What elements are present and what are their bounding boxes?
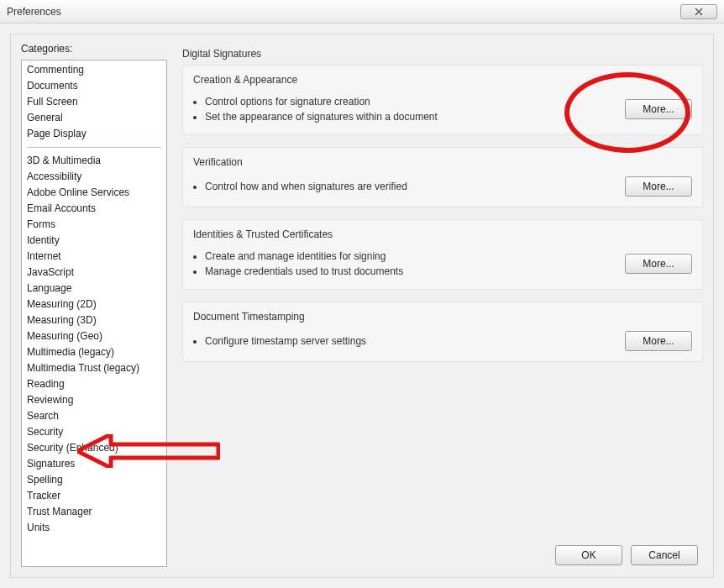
groups-container: Creation & AppearanceControl options for… — [182, 65, 703, 374]
more-button[interactable]: More... — [625, 331, 692, 351]
category-item[interactable]: Language — [22, 281, 166, 297]
category-item[interactable]: Tracker — [22, 488, 166, 504]
group-bullet: Manage credentials used to trust documen… — [205, 264, 615, 279]
more-button[interactable]: More... — [625, 254, 692, 274]
close-icon — [693, 8, 705, 16]
group-bullet: Create and manage identities for signing — [205, 249, 615, 264]
category-item[interactable]: Units — [22, 520, 166, 536]
window-title: Preferences — [7, 6, 61, 18]
titlebar: Preferences — [0, 0, 724, 24]
category-item[interactable]: Documents — [22, 78, 166, 94]
category-item[interactable]: Forms — [22, 217, 166, 233]
category-item[interactable]: JavaScript — [22, 265, 166, 281]
more-button[interactable]: More... — [625, 99, 692, 119]
categories-listbox[interactable]: CommentingDocumentsFull ScreenGeneralPag… — [21, 60, 167, 567]
settings-group: Identities & Trusted CertificatesCreate … — [182, 219, 703, 290]
category-item[interactable]: Adobe Online Services — [22, 185, 166, 201]
group-title: Creation & Appearance — [193, 74, 692, 86]
category-item[interactable]: Commenting — [22, 62, 166, 78]
category-item[interactable]: Measuring (3D) — [22, 312, 166, 328]
group-bullets: Control how and when signatures are veri… — [193, 179, 615, 194]
panel-heading: Digital Signatures — [182, 48, 703, 60]
categories-column: Categories: CommentingDocumentsFull Scre… — [21, 43, 167, 567]
categories-label: Categories: — [21, 43, 167, 55]
dialog-footer: OK Cancel — [555, 545, 698, 565]
category-item[interactable]: Reviewing — [22, 392, 166, 408]
category-item[interactable]: 3D & Multimedia — [22, 153, 166, 169]
group-title: Identities & Trusted Certificates — [193, 228, 692, 240]
category-item[interactable]: Measuring (Geo) — [22, 328, 166, 344]
category-item[interactable]: Search — [22, 408, 166, 424]
preferences-panel: Categories: CommentingDocumentsFull Scre… — [10, 34, 714, 578]
category-item[interactable]: Security (Enhanced) — [22, 440, 166, 456]
category-item[interactable]: Multimedia Trust (legacy) — [22, 360, 166, 376]
category-item[interactable]: Signatures — [22, 456, 166, 472]
category-item[interactable]: Measuring (2D) — [22, 297, 166, 312]
settings-column: Digital Signatures Creation & Appearance… — [182, 43, 703, 567]
category-item[interactable]: Accessibility — [22, 169, 166, 185]
category-item[interactable]: Identity — [22, 233, 166, 249]
window-body: Categories: CommentingDocumentsFull Scre… — [0, 24, 724, 588]
group-title: Verification — [193, 156, 692, 168]
group-bullet: Control how and when signatures are veri… — [205, 179, 615, 194]
group-bullets: Control options for signature creationSe… — [193, 94, 615, 124]
category-item[interactable]: Security — [22, 424, 166, 440]
category-item[interactable]: General — [22, 110, 166, 126]
group-body: Create and manage identities for signing… — [193, 249, 692, 279]
group-bullet: Configure timestamp server settings — [205, 333, 615, 349]
group-body: Control options for signature creationSe… — [193, 94, 692, 124]
group-title: Document Timestamping — [193, 311, 692, 323]
more-button[interactable]: More... — [625, 176, 692, 197]
category-divider — [27, 147, 161, 148]
group-body: Configure timestamp server settingsMore.… — [193, 331, 692, 351]
category-item[interactable]: Page Display — [22, 126, 166, 142]
group-body: Control how and when signatures are veri… — [193, 176, 692, 197]
settings-group: Creation & AppearanceControl options for… — [182, 65, 703, 135]
group-bullet: Set the appearance of signatures within … — [205, 109, 615, 124]
category-item[interactable]: Multimedia (legacy) — [22, 344, 166, 360]
columns: Categories: CommentingDocumentsFull Scre… — [21, 43, 703, 567]
category-item[interactable]: Trust Manager — [22, 504, 166, 520]
category-item[interactable]: Spelling — [22, 472, 166, 488]
cancel-button[interactable]: Cancel — [631, 545, 698, 565]
category-item[interactable]: Email Accounts — [22, 201, 166, 217]
window-close-button[interactable] — [680, 4, 717, 19]
ok-button[interactable]: OK — [555, 545, 622, 565]
group-bullet: Control options for signature creation — [205, 94, 615, 109]
category-item[interactable]: Reading — [22, 376, 166, 392]
category-item[interactable]: Internet — [22, 249, 166, 265]
category-item[interactable]: Full Screen — [22, 94, 166, 110]
settings-group: Document TimestampingConfigure timestamp… — [182, 302, 703, 362]
settings-group: VerificationControl how and when signatu… — [182, 147, 703, 207]
group-bullets: Configure timestamp server settings — [193, 333, 615, 349]
group-bullets: Create and manage identities for signing… — [193, 249, 615, 279]
